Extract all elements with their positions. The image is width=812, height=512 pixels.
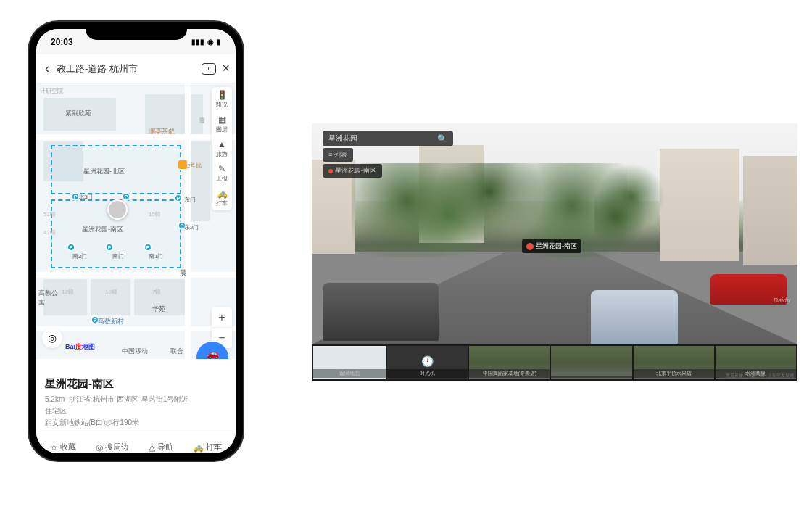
sv-thumb-time[interactable]: 🕐时光机 [387,346,468,379]
map-label: 计研空院 [40,87,63,95]
map-label: 7幢 [152,288,161,296]
nearby-icon: ◎ [96,442,103,453]
bottom-actions: ☆收藏 ◎搜周边 △导航 🚕打车 [36,434,236,453]
sv-controls: ≡ 列表 [323,148,353,162]
place-title: 星洲花园-南区 [45,377,227,391]
sv-thumb-item[interactable] [551,346,631,379]
map-label: 联合 [170,347,183,356]
map-label: 南1门 [149,252,163,260]
poi-dot[interactable] [105,243,114,252]
sv-trees [352,163,627,257]
travel-tool[interactable]: ▲旅游 [212,136,232,161]
sv-thumb-item[interactable]: 北京平价水果店 [634,346,714,379]
streetview-panel: 星洲花园 🔍 ≡ 列表 星洲花园-南区 星洲花园-南区 Baidu 返回地图 🕐… [312,123,798,381]
map-road [36,134,236,140]
taxi-icon: 🚕 [193,442,204,453]
map-label: 东2门 [184,223,199,231]
phone-screen: 20:03 ▮▮▮ ◉ ▮ ‹ 教工路-道路 杭州市 ıı × [36,29,236,453]
status-icons: ▮▮▮ ◉ ▮ [191,38,221,46]
car-icon: 🚗 [207,347,219,359]
map-label: 12幢 [62,288,74,296]
taxi-tool[interactable]: 🚕打车 [212,186,232,210]
map-label: 南门 [112,252,124,260]
map-label: 南3门 [72,252,87,260]
map-label: 澜亭茶叙 [149,127,175,136]
phone-mockup: 20:03 ▮▮▮ ◉ ▮ ‹ 教工路-道路 杭州市 ıı × [29,22,243,461]
traffic-tool[interactable]: 🚦路况 [212,87,232,112]
sv-car [323,283,439,341]
sv-building [660,149,740,261]
sv-thumb-map[interactable]: 返回地图 [313,346,386,379]
sv-thumb-item[interactable]: 中国舞蹈家基地(专卖店) [469,346,550,379]
map-block [91,279,130,315]
sv-list-button[interactable]: ≡ 列表 [323,148,353,162]
map-label: 紫荆欣苑 [65,109,91,118]
map-label: 高教公寓 [38,289,62,307]
streetview-image[interactable]: 星洲花园 🔍 ≡ 列表 星洲花园-南区 星洲花园-南区 Baidu [312,123,798,344]
map-label: 星洲花园-北区 [83,167,125,176]
tool-label: 图层 [216,125,228,133]
sv-place-marker[interactable]: 星洲花园-南区 [522,239,581,253]
phone-frame: 20:03 ▮▮▮ ◉ ▮ ‹ 教工路-道路 杭州市 ıı × [29,22,243,461]
back-icon[interactable]: ‹ [42,61,52,76]
favorite-button[interactable]: ☆收藏 [50,442,76,453]
tool-label: 路况 [216,101,228,109]
tool-label: 打车 [216,199,228,207]
poi-dot[interactable] [67,243,75,252]
map-area[interactable]: 计研空院 紫荆欣苑 澜亭茶叙 星洲花园-北区 星洲花园-南区 高教公寓 高教新村… [36,83,236,359]
map-label: 北3门 [78,193,93,201]
phone-notch [86,22,187,40]
clock-icon: 🕐 [421,355,434,367]
sv-search-bar[interactable]: 星洲花园 🔍 [323,131,453,146]
voice-icon[interactable]: ıı [202,63,216,75]
map-label: 华苑 [152,305,165,314]
info-panel: 星洲花园-南区 5.2km 浙江省-杭州市-西湖区-星艺街1号附近 住宅区 距文… [36,359,236,434]
location-pin[interactable] [107,199,128,220]
map-label: 10幢 [105,288,117,296]
sv-thumbnail-strip: 返回地图 🕐时光机 中国舞蹈家基地(专卖店) 北京平价水果店 水港商厦 [312,344,798,381]
poi-dot[interactable] [144,243,152,252]
battery-icon: ▮ [217,38,221,46]
map-label: 晨 [180,268,186,278]
map-label: 42幢 [44,228,56,236]
tool-label: 旅游 [216,150,228,158]
place-meta: 5.2km 浙江省-杭州市-西湖区-星艺街1号附近 [45,394,227,405]
search-bar[interactable]: ‹ 教工路-道路 杭州市 ıı × [36,54,236,83]
map-road [36,326,236,331]
zoom-in-button[interactable]: + [212,307,232,328]
map-label: 中国移动 [122,347,148,356]
fab-label: 到这去 [203,359,223,360]
sv-watermark: Baidu [774,297,790,304]
report-tool[interactable]: ✎上报 [212,161,232,186]
poi-dot[interactable] [122,192,130,201]
wifi-icon: ◉ [207,38,214,46]
layers-tool[interactable]: ▦图层 [212,112,232,136]
map-label: 2号线 [187,162,202,170]
sv-building [743,156,798,265]
report-icon: ✎ [218,164,225,174]
side-toolbar: 🚦路况 ▦图层 ▲旅游 ✎上报 🚕打车 [212,87,232,210]
sv-location-tag[interactable]: 星洲花园-南区 [323,164,382,178]
map-label: 15幢 [149,210,161,218]
navigate-button[interactable]: △导航 [149,442,173,453]
map-label: 东门 [184,196,196,204]
map-road [36,272,236,278]
star-icon: ☆ [50,442,58,453]
compass-button[interactable]: ◎ [42,328,62,348]
layers-icon: ▦ [218,115,226,125]
close-icon[interactable]: × [222,61,230,76]
metro-badge[interactable] [178,160,188,170]
status-time: 20:03 [51,37,73,47]
poi-dot[interactable] [174,194,183,202]
search-text[interactable]: 教工路-道路 杭州市 [57,62,197,75]
map-label: 高教新村 [98,317,124,326]
map-road [185,83,191,359]
map-label: 星洲花园-南区 [82,225,123,234]
taxi-button[interactable]: 🚕打车 [193,442,222,453]
tool-label: 上报 [216,175,228,183]
search-icon[interactable]: 🔍 [437,134,447,144]
marker-dot-icon [526,243,534,250]
nav-icon: △ [149,442,155,453]
nearby-button[interactable]: ◎搜周边 [96,442,129,453]
sv-footer-links[interactable]: 意见反馈 | 问题互助 | 上架至发展馆 [726,373,794,379]
